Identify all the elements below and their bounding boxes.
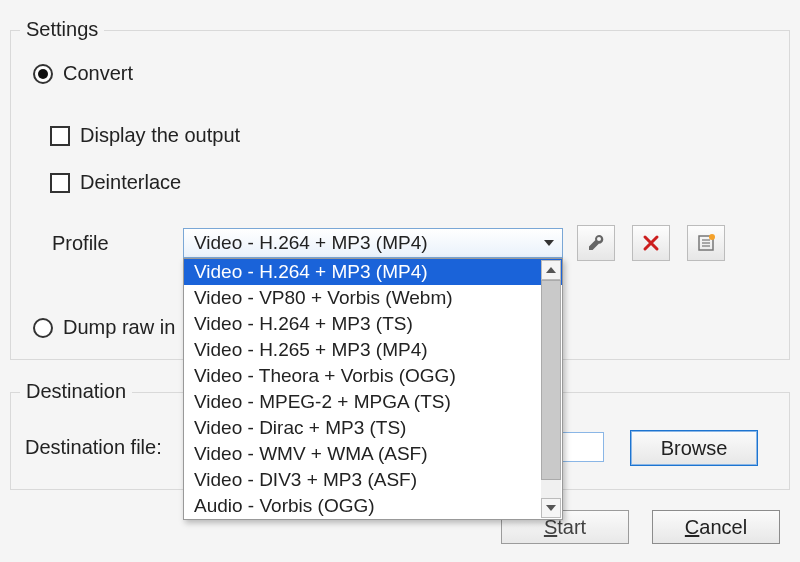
chevron-down-icon	[544, 240, 554, 246]
scroll-up-button[interactable]	[541, 260, 561, 280]
convert-radio[interactable]: Convert	[33, 62, 133, 85]
profile-label: Profile	[52, 232, 109, 255]
profile-option[interactable]: Video - VP80 + Vorbis (Webm)	[184, 285, 562, 311]
profile-option[interactable]: Video - Dirac + MP3 (TS)	[184, 415, 562, 441]
edit-profile-button[interactable]	[577, 225, 615, 261]
profile-option[interactable]: Video - MPEG-2 + MPGA (TS)	[184, 389, 562, 415]
radio-icon	[33, 318, 53, 338]
dropdown-scrollbar[interactable]	[541, 260, 561, 518]
dump-raw-radio[interactable]: Dump raw in	[33, 316, 175, 339]
cancel-label: Cancel	[685, 516, 747, 539]
svg-point-4	[709, 234, 715, 240]
destination-group-title: Destination	[20, 380, 132, 403]
destination-file-label: Destination file:	[25, 436, 162, 459]
new-profile-button[interactable]	[687, 225, 725, 261]
radio-icon	[33, 64, 53, 84]
deinterlace-checkbox[interactable]: Deinterlace	[50, 171, 181, 194]
chevron-down-icon	[546, 505, 556, 511]
new-profile-icon	[696, 233, 716, 253]
display-output-label: Display the output	[80, 124, 240, 147]
profile-combobox[interactable]: Video - H.264 + MP3 (MP4)	[183, 228, 563, 258]
profile-option[interactable]: Video - H.264 + MP3 (TS)	[184, 311, 562, 337]
wrench-icon	[586, 233, 606, 253]
display-output-checkbox[interactable]: Display the output	[50, 124, 240, 147]
browse-label: Browse	[661, 437, 728, 460]
deinterlace-label: Deinterlace	[80, 171, 181, 194]
browse-button[interactable]: Browse	[630, 430, 758, 466]
profile-dropdown[interactable]: Video - H.264 + MP3 (MP4)Video - VP80 + …	[183, 258, 563, 520]
delete-icon	[642, 234, 660, 252]
dump-raw-label: Dump raw in	[63, 316, 175, 339]
profile-selected-text: Video - H.264 + MP3 (MP4)	[194, 232, 428, 254]
profile-option[interactable]: Video - WMV + WMA (ASF)	[184, 441, 562, 467]
profile-option[interactable]: Video - H.265 + MP3 (MP4)	[184, 337, 562, 363]
scroll-thumb[interactable]	[541, 280, 561, 480]
chevron-up-icon	[546, 267, 556, 273]
profile-option[interactable]: Audio - Vorbis (OGG)	[184, 493, 562, 519]
profile-option[interactable]: Video - DIV3 + MP3 (ASF)	[184, 467, 562, 493]
delete-profile-button[interactable]	[632, 225, 670, 261]
profile-option[interactable]: Video - H.264 + MP3 (MP4)	[184, 259, 562, 285]
checkbox-icon	[50, 126, 70, 146]
scroll-down-button[interactable]	[541, 498, 561, 518]
checkbox-icon	[50, 173, 70, 193]
cancel-button[interactable]: Cancel	[652, 510, 780, 544]
settings-group-title: Settings	[20, 18, 104, 41]
convert-label: Convert	[63, 62, 133, 85]
profile-option[interactable]: Video - Theora + Vorbis (OGG)	[184, 363, 562, 389]
